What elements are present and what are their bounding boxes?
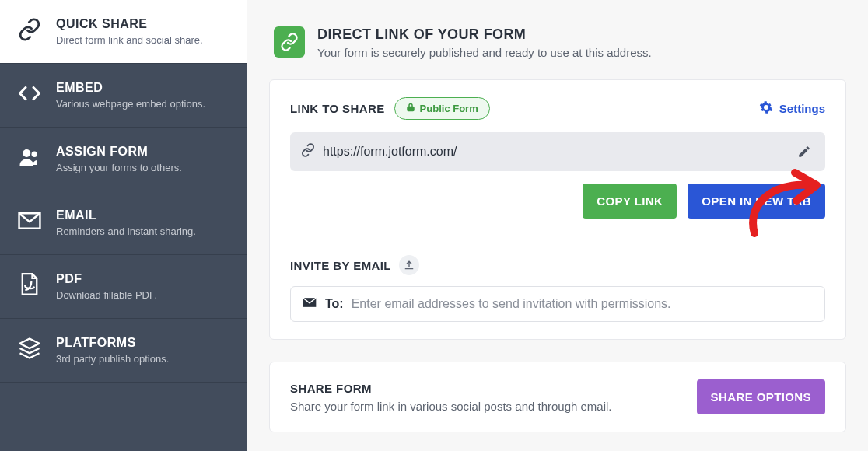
envelope-small-icon: [302, 296, 317, 312]
settings-link-label: Settings: [779, 102, 825, 115]
public-form-pill-label: Public Form: [420, 103, 478, 114]
sidebar-item-sub: Direct form link and social share.: [56, 34, 203, 46]
lock-icon: [406, 102, 415, 115]
sidebar-item-assign-form[interactable]: ASSIGN FORM Assign your forms to others.: [0, 128, 247, 191]
public-form-pill[interactable]: Public Form: [394, 97, 490, 120]
sidebar-item-quick-share[interactable]: QUICK SHARE Direct form link and social …: [0, 0, 247, 64]
pencil-icon: [797, 145, 811, 159]
sidebar-item-title: EMBED: [56, 81, 205, 95]
sidebar-item-title: EMAIL: [56, 208, 196, 222]
page-title: DIRECT LINK OF YOUR FORM: [317, 26, 652, 43]
invite-by-email-label: INVITE BY EMAIL: [290, 259, 391, 272]
pdf-icon: [17, 272, 42, 297]
gear-icon: [759, 100, 773, 117]
sidebar-item-embed[interactable]: EMBED Various webpage embed options.: [0, 64, 247, 128]
divider: [290, 239, 825, 239]
link-to-share-label: LINK TO SHARE: [290, 102, 385, 115]
settings-link[interactable]: Settings: [759, 100, 825, 117]
share-form-title: SHARE FORM: [290, 382, 681, 395]
sidebar-item-sub: Assign your forms to others.: [56, 162, 182, 173]
share-form-sub: Share your form link in various social p…: [290, 400, 681, 413]
sidebar-item-sub: 3rd party publish options.: [56, 353, 169, 365]
svg-rect-3: [408, 107, 414, 111]
link-chain-icon: [17, 17, 42, 42]
copy-link-button[interactable]: COPY LINK: [583, 184, 677, 219]
link-icon: [301, 143, 315, 160]
users-icon: [17, 145, 42, 170]
link-share-card: LINK TO SHARE Public Form Settings: [269, 79, 846, 340]
sidebar-item-sub: Reminders and instant sharing.: [56, 226, 196, 237]
sidebar-item-sub: Download fillable PDF.: [56, 289, 157, 301]
code-icon: [17, 81, 42, 106]
email-input[interactable]: [352, 297, 814, 311]
sidebar-item-title: ASSIGN FORM: [56, 145, 182, 159]
url-text: https://form.jotform.com/: [323, 145, 786, 159]
link-badge-icon: [274, 26, 305, 58]
sidebar-item-pdf[interactable]: PDF Download fillable PDF.: [0, 255, 247, 319]
page-header: DIRECT LINK OF YOUR FORM Your form is se…: [269, 26, 846, 59]
upload-icon[interactable]: [399, 255, 419, 275]
sidebar-item-email[interactable]: EMAIL Reminders and instant sharing.: [0, 191, 247, 255]
sidebar-item-platforms[interactable]: PLATFORMS 3rd party publish options.: [0, 319, 247, 383]
svg-marker-2: [20, 339, 40, 349]
sidebar-item-title: PLATFORMS: [56, 336, 169, 350]
envelope-icon: [17, 208, 42, 233]
main-content: DIRECT LINK OF YOUR FORM Your form is se…: [247, 0, 868, 451]
sidebar-item-title: QUICK SHARE: [56, 17, 203, 31]
svg-point-1: [32, 152, 38, 158]
page-subtitle: Your form is securely published and read…: [317, 46, 652, 59]
open-in-new-tab-button[interactable]: OPEN IN NEW TAB: [688, 184, 825, 219]
edit-url-button[interactable]: [794, 142, 814, 162]
layers-icon: [17, 336, 42, 361]
share-options-button[interactable]: SHARE OPTIONS: [697, 379, 825, 414]
sidebar: QUICK SHARE Direct form link and social …: [0, 0, 247, 451]
sidebar-item-title: PDF: [56, 272, 157, 286]
email-invite-field[interactable]: To:: [290, 286, 825, 322]
share-form-card: SHARE FORM Share your form link in vario…: [269, 362, 846, 432]
svg-point-0: [23, 149, 30, 157]
url-field[interactable]: https://form.jotform.com/: [290, 132, 825, 171]
to-label: To:: [325, 297, 344, 311]
sidebar-item-sub: Various webpage embed options.: [56, 98, 205, 110]
